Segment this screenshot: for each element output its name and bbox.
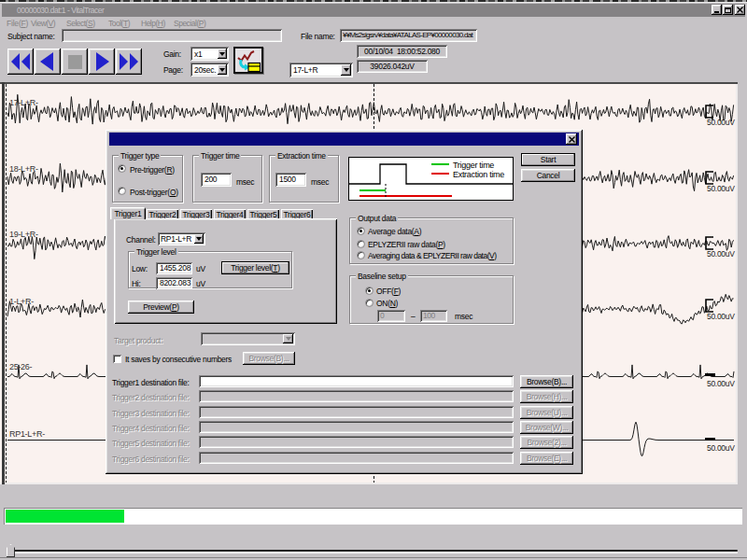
svg-text:50.00uV: 50.00uV: [707, 379, 735, 388]
svg-text:Trigger time: Trigger time: [453, 161, 494, 170]
svg-text:50.00uV: 50.00uV: [707, 312, 735, 321]
svg-text:17-L+R-: 17-L+R-: [9, 98, 38, 107]
svg-text:50.00uV: 50.00uV: [707, 443, 735, 453]
svg-text:18-L+R-: 18-L+R-: [9, 164, 38, 174]
svg-text:1-L+R-: 1-L+R-: [9, 297, 34, 306]
svg-text:50.00uV: 50.00uV: [707, 118, 735, 127]
svg-text:RP1-L+R-: RP1-L+R-: [9, 429, 45, 439]
svg-text:Extraction time: Extraction time: [453, 170, 504, 179]
svg-text:25-26-: 25-26-: [9, 362, 33, 371]
svg-text:50.00uV: 50.00uV: [707, 249, 735, 259]
svg-text:50.00uV: 50.00uV: [707, 184, 735, 193]
svg-text:19-L+R-: 19-L+R-: [9, 230, 38, 239]
